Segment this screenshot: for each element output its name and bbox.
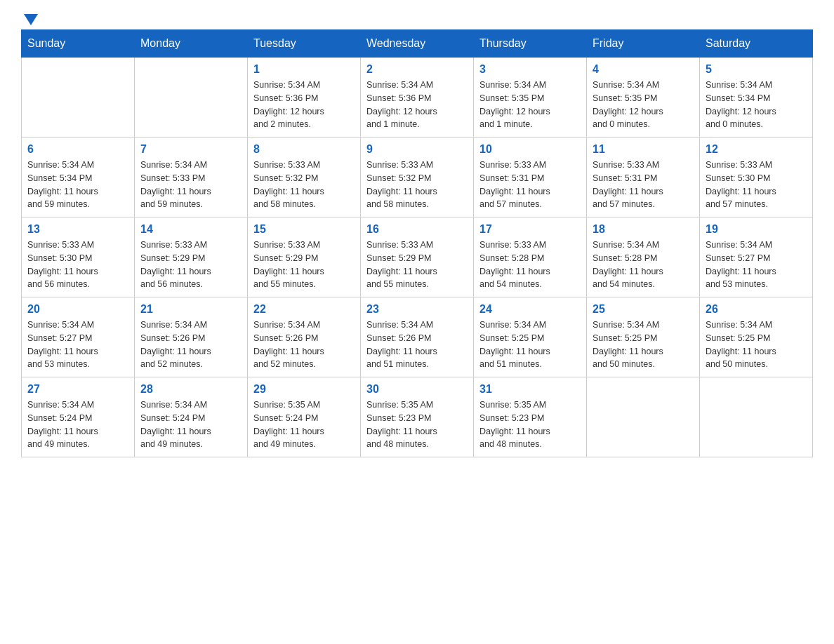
day-number: 26 <box>706 303 807 316</box>
day-number: 4 <box>593 63 694 76</box>
day-number: 1 <box>253 63 355 76</box>
calendar-cell: 29Sunrise: 5:35 AM Sunset: 5:24 PM Dayli… <box>248 377 361 457</box>
day-info: Sunrise: 5:33 AM Sunset: 5:30 PM Dayligh… <box>27 239 128 291</box>
calendar-cell: 17Sunrise: 5:33 AM Sunset: 5:28 PM Dayli… <box>474 217 587 297</box>
day-info: Sunrise: 5:35 AM Sunset: 5:23 PM Dayligh… <box>479 398 581 451</box>
day-number: 24 <box>479 303 581 316</box>
day-number: 13 <box>27 223 128 236</box>
calendar-cell: 22Sunrise: 5:34 AM Sunset: 5:26 PM Dayli… <box>248 297 361 377</box>
day-info: Sunrise: 5:34 AM Sunset: 5:36 PM Dayligh… <box>366 79 468 131</box>
day-info: Sunrise: 5:33 AM Sunset: 5:28 PM Dayligh… <box>479 239 581 291</box>
day-number: 2 <box>366 63 468 76</box>
day-number: 29 <box>253 383 355 396</box>
calendar-cell: 15Sunrise: 5:33 AM Sunset: 5:29 PM Dayli… <box>248 217 361 297</box>
day-number: 25 <box>593 303 694 316</box>
day-info: Sunrise: 5:33 AM Sunset: 5:31 PM Dayligh… <box>479 159 581 211</box>
calendar-cell <box>22 58 135 137</box>
day-number: 5 <box>706 63 807 76</box>
calendar-cell: 3Sunrise: 5:34 AM Sunset: 5:35 PM Daylig… <box>474 58 587 137</box>
day-info: Sunrise: 5:34 AM Sunset: 5:25 PM Dayligh… <box>706 318 807 371</box>
day-number: 3 <box>479 63 581 76</box>
day-number: 9 <box>366 143 468 156</box>
day-info: Sunrise: 5:34 AM Sunset: 5:27 PM Dayligh… <box>706 239 807 291</box>
day-header-monday: Monday <box>135 30 248 58</box>
day-info: Sunrise: 5:34 AM Sunset: 5:27 PM Dayligh… <box>27 318 128 371</box>
day-info: Sunrise: 5:34 AM Sunset: 5:34 PM Dayligh… <box>27 159 128 211</box>
calendar-cell: 18Sunrise: 5:34 AM Sunset: 5:28 PM Dayli… <box>587 217 700 297</box>
day-number: 27 <box>27 383 128 396</box>
day-info: Sunrise: 5:34 AM Sunset: 5:36 PM Dayligh… <box>253 79 355 131</box>
day-number: 21 <box>140 303 241 316</box>
day-info: Sunrise: 5:33 AM Sunset: 5:32 PM Dayligh… <box>366 159 468 211</box>
day-info: Sunrise: 5:34 AM Sunset: 5:25 PM Dayligh… <box>479 318 581 371</box>
calendar-cell: 31Sunrise: 5:35 AM Sunset: 5:23 PM Dayli… <box>474 377 587 457</box>
day-number: 18 <box>593 223 694 236</box>
calendar-cell <box>135 58 248 137</box>
calendar-cell: 12Sunrise: 5:33 AM Sunset: 5:30 PM Dayli… <box>700 137 813 217</box>
day-number: 12 <box>706 143 807 156</box>
day-header-sunday: Sunday <box>22 30 135 58</box>
day-info: Sunrise: 5:34 AM Sunset: 5:33 PM Dayligh… <box>140 159 241 211</box>
day-info: Sunrise: 5:33 AM Sunset: 5:29 PM Dayligh… <box>140 239 241 291</box>
calendar-cell: 11Sunrise: 5:33 AM Sunset: 5:31 PM Dayli… <box>587 137 700 217</box>
day-info: Sunrise: 5:34 AM Sunset: 5:28 PM Dayligh… <box>593 239 694 291</box>
day-info: Sunrise: 5:34 AM Sunset: 5:24 PM Dayligh… <box>140 398 241 451</box>
calendar-cell: 7Sunrise: 5:34 AM Sunset: 5:33 PM Daylig… <box>135 137 248 217</box>
day-number: 20 <box>27 303 128 316</box>
day-number: 15 <box>253 223 355 236</box>
calendar-cell: 24Sunrise: 5:34 AM Sunset: 5:25 PM Dayli… <box>474 297 587 377</box>
day-info: Sunrise: 5:34 AM Sunset: 5:24 PM Dayligh… <box>27 398 128 451</box>
day-number: 16 <box>366 223 468 236</box>
calendar-cell: 27Sunrise: 5:34 AM Sunset: 5:24 PM Dayli… <box>22 377 135 457</box>
calendar-cell: 5Sunrise: 5:34 AM Sunset: 5:34 PM Daylig… <box>700 58 813 137</box>
day-number: 19 <box>706 223 807 236</box>
calendar-cell: 21Sunrise: 5:34 AM Sunset: 5:26 PM Dayli… <box>135 297 248 377</box>
day-number: 30 <box>366 383 468 396</box>
day-info: Sunrise: 5:34 AM Sunset: 5:35 PM Dayligh… <box>479 79 581 131</box>
day-info: Sunrise: 5:34 AM Sunset: 5:35 PM Dayligh… <box>593 79 694 131</box>
day-info: Sunrise: 5:33 AM Sunset: 5:31 PM Dayligh… <box>593 159 694 211</box>
calendar-cell: 19Sunrise: 5:34 AM Sunset: 5:27 PM Dayli… <box>700 217 813 297</box>
day-number: 8 <box>253 143 355 156</box>
day-info: Sunrise: 5:34 AM Sunset: 5:34 PM Dayligh… <box>706 79 807 131</box>
day-number: 14 <box>140 223 241 236</box>
calendar-cell: 28Sunrise: 5:34 AM Sunset: 5:24 PM Dayli… <box>135 377 248 457</box>
day-header-tuesday: Tuesday <box>248 30 361 58</box>
calendar-cell: 9Sunrise: 5:33 AM Sunset: 5:32 PM Daylig… <box>361 137 474 217</box>
calendar-cell: 25Sunrise: 5:34 AM Sunset: 5:25 PM Dayli… <box>587 297 700 377</box>
day-number: 10 <box>479 143 581 156</box>
day-info: Sunrise: 5:35 AM Sunset: 5:23 PM Dayligh… <box>366 398 468 451</box>
calendar-cell: 26Sunrise: 5:34 AM Sunset: 5:25 PM Dayli… <box>700 297 813 377</box>
day-info: Sunrise: 5:33 AM Sunset: 5:29 PM Dayligh… <box>366 239 468 291</box>
day-header-thursday: Thursday <box>474 30 587 58</box>
calendar-cell: 23Sunrise: 5:34 AM Sunset: 5:26 PM Dayli… <box>361 297 474 377</box>
day-info: Sunrise: 5:34 AM Sunset: 5:25 PM Dayligh… <box>593 318 694 371</box>
calendar-cell: 8Sunrise: 5:33 AM Sunset: 5:32 PM Daylig… <box>248 137 361 217</box>
day-number: 28 <box>140 383 241 396</box>
logo-triangle-icon <box>24 14 38 25</box>
calendar-cell: 10Sunrise: 5:33 AM Sunset: 5:31 PM Dayli… <box>474 137 587 217</box>
calendar-cell: 16Sunrise: 5:33 AM Sunset: 5:29 PM Dayli… <box>361 217 474 297</box>
day-header-saturday: Saturday <box>700 30 813 58</box>
logo <box>21 14 38 22</box>
calendar-cell: 4Sunrise: 5:34 AM Sunset: 5:35 PM Daylig… <box>587 58 700 137</box>
calendar-cell: 2Sunrise: 5:34 AM Sunset: 5:36 PM Daylig… <box>361 58 474 137</box>
calendar-cell <box>700 377 813 457</box>
day-number: 11 <box>593 143 694 156</box>
calendar-cell: 1Sunrise: 5:34 AM Sunset: 5:36 PM Daylig… <box>248 58 361 137</box>
calendar-cell: 30Sunrise: 5:35 AM Sunset: 5:23 PM Dayli… <box>361 377 474 457</box>
day-number: 23 <box>366 303 468 316</box>
day-info: Sunrise: 5:33 AM Sunset: 5:30 PM Dayligh… <box>706 159 807 211</box>
day-number: 22 <box>253 303 355 316</box>
day-info: Sunrise: 5:34 AM Sunset: 5:26 PM Dayligh… <box>253 318 355 371</box>
page-header <box>21 14 813 22</box>
day-header-friday: Friday <box>587 30 700 58</box>
day-info: Sunrise: 5:33 AM Sunset: 5:29 PM Dayligh… <box>253 239 355 291</box>
calendar-cell: 20Sunrise: 5:34 AM Sunset: 5:27 PM Dayli… <box>22 297 135 377</box>
calendar-cell: 13Sunrise: 5:33 AM Sunset: 5:30 PM Dayli… <box>22 217 135 297</box>
calendar-cell: 6Sunrise: 5:34 AM Sunset: 5:34 PM Daylig… <box>22 137 135 217</box>
calendar-table: SundayMondayTuesdayWednesdayThursdayFrid… <box>21 29 813 457</box>
day-number: 6 <box>27 143 128 156</box>
day-header-wednesday: Wednesday <box>361 30 474 58</box>
day-info: Sunrise: 5:34 AM Sunset: 5:26 PM Dayligh… <box>140 318 241 371</box>
